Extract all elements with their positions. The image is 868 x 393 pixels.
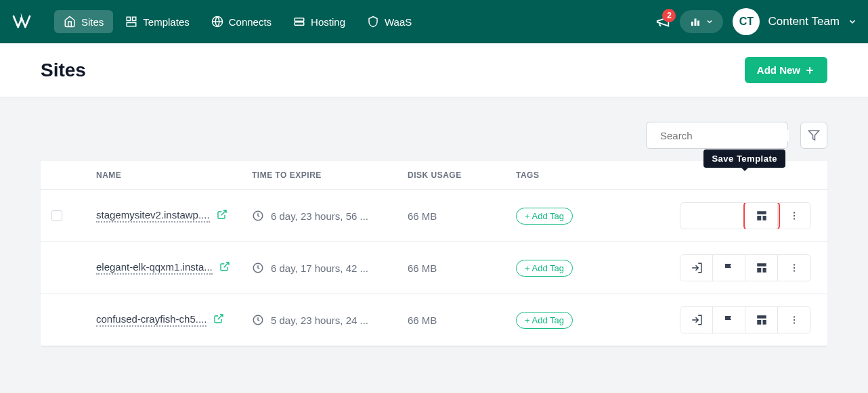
svg-rect-1 xyxy=(133,17,136,20)
expire-text: 6 day, 17 hours, 42 ... xyxy=(271,262,368,274)
svg-rect-8 xyxy=(697,21,699,26)
svg-rect-2 xyxy=(127,23,137,26)
migrate-button[interactable] xyxy=(680,307,713,333)
column-disk: DISK USAGE xyxy=(408,170,516,180)
filter-button[interactable] xyxy=(800,122,827,149)
nav-hosting[interactable]: Hosting xyxy=(284,10,355,33)
external-link-icon[interactable] xyxy=(213,313,224,327)
chevron-down-icon xyxy=(706,18,714,26)
flag-button[interactable] xyxy=(713,307,745,333)
globe-icon xyxy=(211,16,223,28)
add-tag-button[interactable]: + Add Tag xyxy=(516,208,573,225)
action-group xyxy=(680,254,811,281)
more-actions-button[interactable] xyxy=(778,255,810,281)
save-template-tooltip: Save Template xyxy=(703,149,785,168)
svg-rect-6 xyxy=(691,22,693,26)
search-input[interactable] xyxy=(660,130,789,141)
header-right: 2 CT Content Team xyxy=(655,8,857,35)
logo xyxy=(11,11,32,32)
team-name: Content Team xyxy=(768,15,840,28)
team-switcher[interactable]: CT Content Team xyxy=(733,8,857,35)
row-checkbox[interactable] xyxy=(51,210,62,221)
site-name-link[interactable]: elegant-elk-qqxm1.insta... xyxy=(96,261,213,275)
chevron-down-icon xyxy=(848,17,857,26)
nav-templates-label: Templates xyxy=(143,16,189,28)
content: NAME TIME TO EXPIRE DISK USAGE TAGS Save… xyxy=(0,97,868,371)
home-icon xyxy=(64,16,76,28)
save-template-button[interactable] xyxy=(745,203,778,229)
svg-rect-7 xyxy=(695,19,697,26)
bar-chart-icon xyxy=(689,16,701,28)
svg-rect-5 xyxy=(295,22,304,26)
main-nav: Sites Templates Connects Hosting WaaS xyxy=(54,10,421,33)
plus-icon xyxy=(804,65,815,76)
external-link-icon[interactable] xyxy=(219,261,230,275)
clock-icon xyxy=(252,314,264,326)
search-row xyxy=(41,122,827,149)
add-new-button[interactable]: Add New xyxy=(745,57,827,83)
layout-icon xyxy=(125,16,137,28)
expire-text: 5 day, 23 hours, 24 ... xyxy=(271,315,368,326)
disk-text: 66 MB xyxy=(408,315,516,326)
external-link-icon[interactable] xyxy=(217,209,227,223)
add-new-label: Add New xyxy=(757,64,800,76)
add-tag-button[interactable]: + Add Tag xyxy=(516,312,573,329)
column-expire: TIME TO EXPIRE xyxy=(252,170,408,180)
annotation-arrow xyxy=(680,204,680,229)
clock-icon xyxy=(252,262,264,274)
more-actions-button[interactable] xyxy=(778,307,810,333)
clock-icon xyxy=(252,210,264,222)
table-row: confused-crayfish-ch5.... 5 day, 23 hour… xyxy=(41,294,827,346)
column-name: NAME xyxy=(76,170,252,180)
nav-hosting-label: Hosting xyxy=(311,16,345,28)
site-name-link[interactable]: stagemysitev2.instawp.... xyxy=(96,209,210,223)
topbar: Sites Templates Connects Hosting WaaS 2 xyxy=(0,0,868,43)
team-avatar: CT xyxy=(733,8,760,35)
table-head: NAME TIME TO EXPIRE DISK USAGE TAGS Save… xyxy=(41,161,827,190)
nav-waas-label: WaaS xyxy=(385,16,412,28)
nav-sites[interactable]: Sites xyxy=(54,10,113,33)
site-name-link[interactable]: confused-crayfish-ch5.... xyxy=(96,313,207,327)
page-header: Sites Add New xyxy=(0,43,868,97)
action-group xyxy=(680,306,811,333)
page-title: Sites xyxy=(41,60,86,81)
nav-connects[interactable]: Connects xyxy=(202,10,281,33)
svg-rect-4 xyxy=(295,18,304,22)
svg-rect-0 xyxy=(127,17,131,20)
column-tags: TAGS xyxy=(516,170,651,180)
search-box[interactable] xyxy=(646,122,788,149)
notifications-button[interactable]: 2 xyxy=(655,14,670,29)
table-row: elegant-elk-qqxm1.insta... 6 day, 17 hou… xyxy=(41,242,827,294)
disk-text: 66 MB xyxy=(408,210,516,222)
filter-icon xyxy=(808,129,820,141)
save-template-button[interactable] xyxy=(745,307,778,333)
shield-icon xyxy=(367,16,379,28)
analytics-button[interactable] xyxy=(680,10,723,33)
add-tag-button[interactable]: + Add Tag xyxy=(516,260,573,277)
table-row: stagemysitev2.instawp.... 6 day, 23 hour… xyxy=(41,190,827,242)
flag-button[interactable] xyxy=(713,255,745,281)
expire-text: 6 day, 23 hours, 56 ... xyxy=(271,210,368,222)
disk-text: 66 MB xyxy=(408,262,516,274)
nav-connects-label: Connects xyxy=(229,16,272,28)
save-template-button[interactable] xyxy=(745,255,778,281)
sites-table: NAME TIME TO EXPIRE DISK USAGE TAGS Save… xyxy=(41,161,827,346)
migrate-button[interactable] xyxy=(680,255,713,281)
server-icon xyxy=(293,16,305,28)
notifications-badge: 2 xyxy=(662,9,676,22)
nav-waas[interactable]: WaaS xyxy=(357,10,421,33)
more-actions-button[interactable] xyxy=(778,203,810,229)
action-group xyxy=(680,202,811,229)
nav-templates[interactable]: Templates xyxy=(116,10,198,33)
nav-sites-label: Sites xyxy=(81,16,104,28)
